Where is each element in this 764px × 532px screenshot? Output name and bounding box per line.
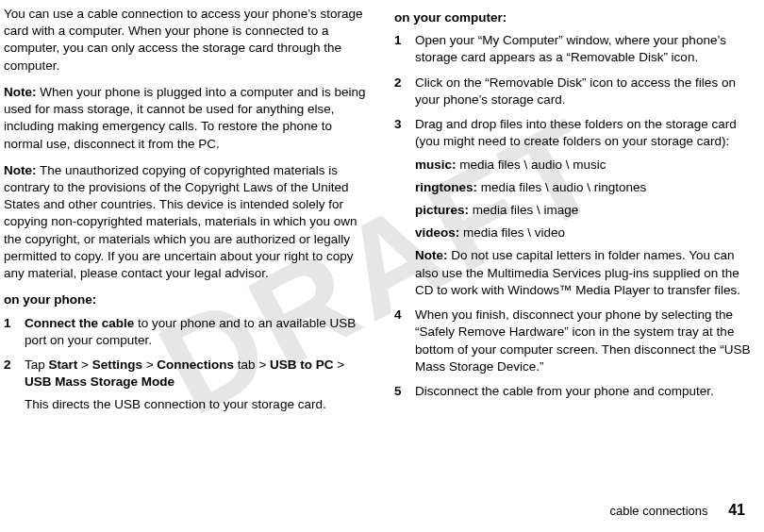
computer-step-3: 3 Drag and drop files into these folders… (394, 116, 758, 299)
computer-heading: on your computer: (394, 9, 758, 26)
phone-heading: on your phone: (4, 291, 368, 308)
page-content: You can use a cable connection to access… (0, 0, 764, 422)
step-body: Click on the “Removable Disk” icon to ac… (415, 75, 758, 108)
step-number: 3 (394, 116, 415, 299)
step-number: 5 (394, 383, 415, 400)
step-body: When you finish, disconnect your phone b… (415, 307, 758, 375)
step-body: Disconnect the cable from your phone and… (415, 383, 758, 400)
computer-step-2: 2 Click on the “Removable Disk” icon to … (394, 75, 758, 108)
phone-steps: 1 Connect the cable to your phone and to… (4, 315, 368, 414)
computer-step-5: 5 Disconnect the cable from your phone a… (394, 383, 758, 400)
nav-usb-to-pc: USB to PC (270, 357, 334, 372)
step-number: 4 (394, 307, 415, 375)
nav-settings: Settings (92, 357, 142, 372)
folder-pictures-label: pictures: (415, 203, 469, 217)
step-number: 2 (394, 75, 415, 108)
note-label: Note: (4, 85, 37, 99)
step-number: 1 (394, 32, 415, 66)
step-body: Tap Start > Settings > Connections tab >… (25, 357, 368, 414)
nav-connections: Connections (157, 357, 234, 372)
step-number: 2 (4, 357, 25, 414)
nav-usb-mass-storage: USB Mass Storage Mode (25, 374, 174, 389)
folder-music-label: music: (415, 158, 457, 172)
step-body: Open your “My Computer” window, where yo… (415, 32, 758, 66)
step-body: Drag and drop files into these folders o… (415, 116, 758, 299)
folder-videos-label: videos: (415, 225, 459, 240)
folder-ringtones-label: ringtones: (415, 180, 477, 194)
note-1: Note: When your phone is plugged into a … (4, 84, 368, 153)
note-label: Note: (4, 163, 37, 177)
page-footer: cable connections 41 (610, 500, 746, 521)
phone-step-2: 2 Tap Start > Settings > Connections tab… (4, 357, 368, 414)
nav-start: Start (49, 357, 78, 372)
left-column: You can use a cable connection to access… (4, 6, 368, 422)
computer-step-1: 1 Open your “My Computer” window, where … (394, 32, 758, 66)
page-number: 41 (728, 502, 745, 518)
footer-section: cable connections (610, 504, 708, 518)
computer-step-4: 4 When you finish, disconnect your phone… (394, 307, 758, 375)
intro-paragraph: You can use a cable connection to access… (4, 6, 368, 75)
right-column: on your computer: 1 Open your “My Comput… (394, 6, 758, 422)
note-label: Note: (415, 248, 448, 262)
phone-step-1: 1 Connect the cable to your phone and to… (4, 315, 368, 349)
computer-steps: 1 Open your “My Computer” window, where … (394, 32, 758, 400)
step-body: Connect the cable to your phone and to a… (25, 315, 368, 349)
step-number: 1 (4, 315, 25, 349)
note-2: Note: The unauthorized copying of copyri… (4, 162, 368, 283)
